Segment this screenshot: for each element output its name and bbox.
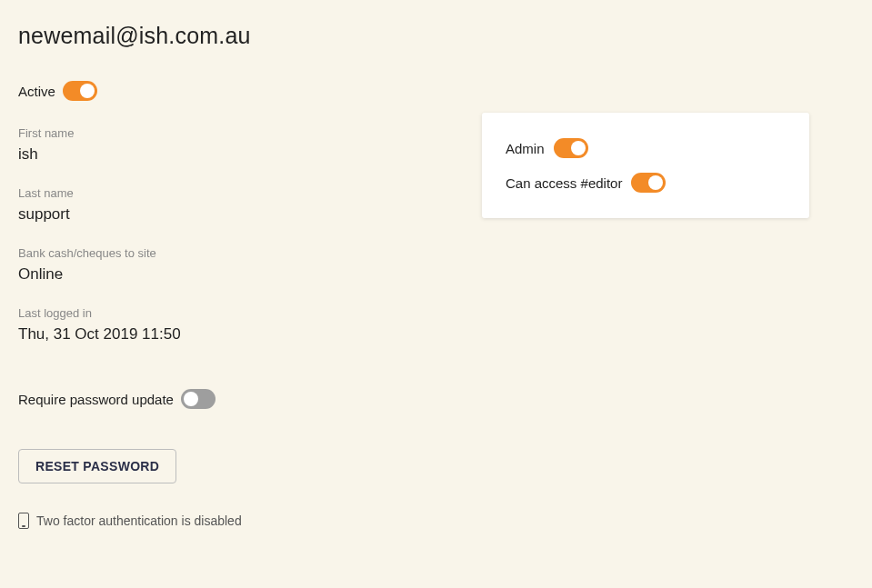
admin-toggle[interactable]	[554, 138, 588, 158]
tfa-text: Two factor authentication is disabled	[36, 513, 242, 528]
require-password-toggle[interactable]	[181, 389, 215, 409]
bank-site-value: Online	[18, 265, 446, 284]
last-login-label: Last logged in	[18, 306, 446, 320]
last-login-field: Last logged in Thu, 31 Oct 2019 11:50	[18, 306, 446, 344]
phone-icon	[18, 513, 29, 529]
permissions-card: Admin Can access #editor	[482, 113, 809, 218]
require-password-label: Require password update	[18, 392, 174, 407]
reset-password-button[interactable]: RESET PASSWORD	[18, 449, 176, 483]
first-name-field[interactable]: First name ish	[18, 126, 446, 164]
admin-label: Admin	[506, 141, 545, 156]
last-name-field[interactable]: Last name support	[18, 186, 446, 224]
last-name-label: Last name	[18, 186, 446, 200]
page-title: newemail@ish.com.au	[18, 23, 854, 49]
require-password-row: Require password update	[18, 389, 446, 409]
first-name-label: First name	[18, 126, 446, 140]
right-column: Admin Can access #editor	[482, 81, 809, 529]
first-name-value: ish	[18, 145, 446, 164]
last-name-value: support	[18, 205, 446, 224]
tfa-row: Two factor authentication is disabled	[18, 513, 446, 529]
editor-label: Can access #editor	[506, 175, 622, 191]
active-row: Active	[18, 81, 446, 101]
last-login-value: Thu, 31 Oct 2019 11:50	[18, 325, 446, 344]
bank-site-field[interactable]: Bank cash/cheques to site Online	[18, 246, 446, 284]
left-column: Active First name ish Last name support …	[18, 81, 446, 529]
active-label: Active	[18, 84, 55, 99]
editor-toggle[interactable]	[631, 173, 666, 193]
bank-site-label: Bank cash/cheques to site	[18, 246, 446, 260]
active-toggle[interactable]	[63, 81, 97, 101]
password-section: Require password update RESET PASSWORD	[18, 389, 446, 483]
admin-row: Admin	[506, 138, 786, 158]
editor-row: Can access #editor	[506, 173, 786, 193]
